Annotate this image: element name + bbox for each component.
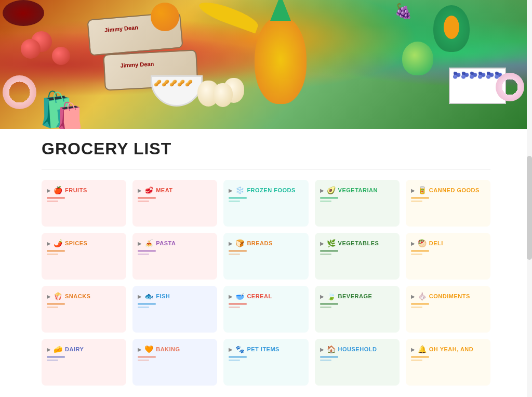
card-header-deli: ▶ 🥙 DELI	[411, 239, 485, 247]
card-icon-canned-goods: 🥫	[418, 186, 427, 194]
green-apple	[402, 42, 433, 75]
page-title: GROCERY LIST	[42, 139, 490, 158]
dark-bowl	[3, 0, 44, 26]
card-header-household: ▶ 🏠 HOUSEHOLD	[320, 345, 394, 353]
category-card-pasta[interactable]: ▶ 🍝 PASTA	[132, 233, 217, 280]
card-icon-pet-items: 🐾	[235, 345, 244, 353]
card-line-fruits	[47, 201, 58, 202]
card-title-spices: SPICES	[65, 240, 87, 246]
category-card-snacks[interactable]: ▶ 🍿 SNACKS	[42, 286, 126, 333]
card-underline-oh-yeah	[411, 356, 429, 358]
card-arrow-breads: ▶	[229, 241, 233, 246]
card-arrow-condiments: ▶	[411, 294, 415, 299]
tomato-2	[52, 47, 70, 65]
card-line-cereal	[229, 307, 240, 308]
grapes: 🍇	[394, 3, 413, 20]
card-title-fruits: FRUITS	[65, 187, 87, 193]
card-line-vegetables	[320, 254, 331, 255]
card-line-dairy	[47, 360, 58, 361]
card-title-deli: DELI	[429, 240, 443, 246]
scrollbar-track[interactable]	[527, 0, 532, 397]
category-card-oh-yeah[interactable]: ▶ 🔔 OH YEAH, AND	[406, 339, 490, 386]
card-arrow-cereal: ▶	[229, 294, 233, 299]
card-icon-frozen-foods: ❄️	[235, 186, 244, 194]
category-card-frozen-foods[interactable]: ▶ ❄️ FROZEN FOODS	[223, 180, 308, 227]
card-header-vegetables: ▶ 🌿 VEGETABLES	[320, 239, 394, 247]
card-underline-fruits	[47, 197, 65, 198]
category-card-vegetables[interactable]: ▶ 🌿 VEGETABLES	[315, 233, 400, 280]
card-arrow-spices: ▶	[47, 241, 51, 246]
card-icon-condiments: 🧄	[418, 292, 427, 300]
card-line-spices	[47, 254, 58, 255]
card-arrow-beverage: ▶	[320, 294, 324, 299]
card-title-frozen-foods: FROZEN FOODS	[247, 187, 295, 193]
card-line-oh-yeah	[411, 360, 422, 361]
category-card-pet-items[interactable]: ▶ 🐾 PET ITEMS	[223, 339, 308, 386]
card-title-beverage: BEVERAGE	[338, 293, 373, 299]
card-icon-meat: 🥩	[144, 186, 153, 194]
category-card-condiments[interactable]: ▶ 🧄 CONDIMENTS	[406, 286, 490, 333]
card-underline-vegetables	[320, 250, 338, 252]
card-arrow-meat: ▶	[138, 188, 142, 193]
card-title-pet-items: PET ITEMS	[247, 346, 280, 352]
category-card-spices[interactable]: ▶ 🌶️ SPICES	[42, 233, 126, 280]
pineapple	[255, 16, 307, 104]
category-card-household[interactable]: ▶ 🏠 HOUSEHOLD	[315, 339, 400, 386]
card-underline-vegetarian	[320, 197, 338, 198]
grocery-bag-icon: 🛍️	[39, 92, 81, 129]
card-line-pasta	[138, 254, 149, 255]
category-card-baking[interactable]: ▶ 🧡 BAKING	[132, 339, 217, 386]
card-arrow-vegetables: ▶	[320, 241, 324, 246]
card-underline-pet-items	[229, 356, 247, 358]
card-arrow-pet-items: ▶	[229, 347, 233, 352]
card-header-vegetarian: ▶ 🥑 VEGETARIAN	[320, 186, 394, 194]
card-title-meat: MEAT	[156, 187, 172, 193]
card-underline-canned-goods	[411, 197, 429, 198]
card-title-dairy: DAIRY	[65, 346, 84, 352]
scrollbar-thumb[interactable]	[527, 156, 532, 260]
card-arrow-pasta: ▶	[138, 241, 142, 246]
card-line-household	[320, 360, 331, 361]
card-header-baking: ▶ 🧡 BAKING	[138, 345, 212, 353]
card-line-fish	[138, 307, 149, 308]
card-title-condiments: CONDIMENTS	[429, 293, 470, 299]
category-card-fish[interactable]: ▶ 🐟 FISH	[132, 286, 217, 333]
egg-3	[213, 83, 233, 107]
card-arrow-oh-yeah: ▶	[411, 347, 415, 352]
card-icon-cereal: 🥣	[235, 292, 244, 300]
card-icon-pasta: 🍝	[144, 239, 153, 247]
card-header-meat: ▶ 🥩 MEAT	[138, 186, 212, 194]
card-arrow-dairy: ▶	[47, 347, 51, 352]
card-title-cereal: CEREAL	[247, 293, 272, 299]
card-arrow-vegetarian: ▶	[320, 188, 324, 193]
card-icon-spices: 🌶️	[54, 239, 62, 247]
category-card-beverage[interactable]: ▶ 🍃 BEVERAGE	[315, 286, 400, 333]
card-arrow-baking: ▶	[138, 347, 142, 352]
card-icon-baking: 🧡	[144, 345, 153, 353]
card-header-pasta: ▶ 🍝 PASTA	[138, 239, 212, 247]
card-icon-vegetables: 🌿	[327, 239, 336, 247]
category-card-dairy[interactable]: ▶ 🧀 DAIRY	[42, 339, 126, 386]
donut-right	[496, 73, 524, 101]
card-line-condiments	[411, 307, 422, 308]
category-card-canned-goods[interactable]: ▶ 🥫 CANNED GOODS	[406, 180, 490, 227]
card-header-snacks: ▶ 🍿 SNACKS	[47, 292, 121, 300]
card-arrow-canned-goods: ▶	[411, 188, 415, 193]
card-title-fish: FISH	[156, 293, 170, 299]
category-card-deli[interactable]: ▶ 🥙 DELI	[406, 233, 490, 280]
category-card-fruits[interactable]: ▶ 🍎 FRUITS	[42, 180, 126, 227]
card-header-breads: ▶ 🍞 BREADS	[229, 239, 303, 247]
card-icon-beverage: 🍃	[327, 292, 336, 300]
category-card-cereal[interactable]: ▶ 🥣 CEREAL	[223, 286, 308, 333]
card-underline-cereal	[229, 303, 247, 305]
card-header-frozen-foods: ▶ ❄️ FROZEN FOODS	[229, 186, 303, 194]
card-icon-vegetarian: 🥑	[327, 186, 336, 194]
card-underline-pasta	[138, 250, 156, 252]
category-card-vegetarian[interactable]: ▶ 🥑 VEGETARIAN	[315, 180, 400, 227]
card-line-deli	[411, 254, 422, 255]
card-line-vegetarian	[320, 201, 331, 202]
card-title-canned-goods: CANNED GOODS	[429, 187, 480, 193]
card-line-frozen-foods	[229, 201, 240, 202]
category-card-breads[interactable]: ▶ 🍞 BREADS	[223, 233, 308, 280]
category-card-meat[interactable]: ▶ 🥩 MEAT	[132, 180, 217, 227]
